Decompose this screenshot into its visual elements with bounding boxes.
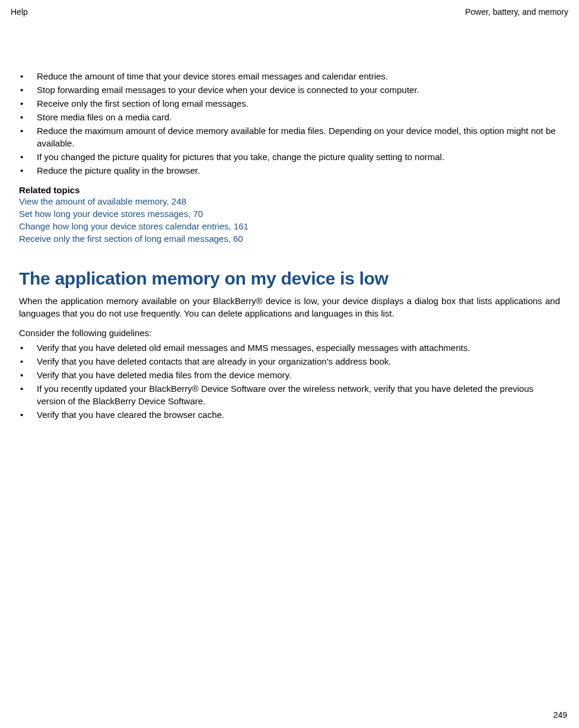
list-item: •Reduce the maximum amount of device mem… [19,124,560,149]
section-subtext: Consider the following guidelines: [19,327,560,339]
list-item-text: If you recently updated your BlackBerry®… [37,382,560,407]
list-item: •Store media files on a media card. [19,111,560,123]
bullet-icon: • [19,341,37,354]
related-links: View the amount of available memory, 248… [19,195,560,245]
section-title: The application memory on my device is l… [19,269,560,289]
bullet-icon: • [19,355,37,368]
list-item-text: Reduce the amount of time that your devi… [37,70,560,82]
bullet-icon: • [19,70,37,82]
bullet-list-2: •Verify that you have deleted old email … [19,341,560,421]
bullet-icon: • [19,369,37,381]
bullet-icon: • [19,124,37,137]
bullet-icon: • [19,97,37,110]
header-right: Power, battery, and memory [465,7,568,17]
list-item-text: Store media files on a media card. [37,111,560,123]
list-item-text: Reduce the picture quality in the browse… [37,164,560,177]
list-item-text: Verify that you have cleared the browser… [37,408,560,421]
list-item: •Verify that you have deleted media file… [19,369,560,381]
list-item-text: Stop forwarding email messages to your d… [37,84,560,96]
related-topics-heading: Related topics [19,185,560,195]
list-item: •Receive only the first section of long … [19,97,560,110]
list-item: •Stop forwarding email messages to your … [19,84,560,96]
list-item: •Verify that you have cleared the browse… [19,408,560,421]
bullet-icon: • [19,408,37,421]
list-item: •If you recently updated your BlackBerry… [19,382,560,407]
list-item: •Reduce the picture quality in the brows… [19,164,560,177]
bullet-icon: • [19,151,37,163]
related-link[interactable]: Receive only the first section of long e… [19,232,560,245]
list-item-text: Receive only the first section of long e… [37,97,560,110]
bullet-icon: • [19,382,37,395]
list-item: •Verify that you have deleted old email … [19,341,560,354]
list-item-text: Verify that you have deleted contacts th… [37,355,560,368]
header-left: Help [11,7,28,17]
page-header: Help Power, battery, and memory [11,7,568,17]
list-item-text: Verify that you have deleted media files… [37,369,560,381]
bullet-icon: • [19,164,37,177]
page: Help Power, battery, and memory •Reduce … [0,0,579,728]
list-item-text: If you changed the picture quality for p… [37,151,560,163]
list-item: •If you changed the picture quality for … [19,151,560,163]
list-item-text: Reduce the maximum amount of device memo… [37,124,560,149]
related-link[interactable]: Set how long your device stores messages… [19,207,560,220]
bullet-icon: • [19,84,37,96]
list-item: •Reduce the amount of time that your dev… [19,70,560,82]
section-paragraph: When the application memory available on… [19,295,560,320]
content-area: •Reduce the amount of time that your dev… [11,70,568,421]
list-item: •Verify that you have deleted contacts t… [19,355,560,368]
related-link[interactable]: Change how long your device stores calen… [19,220,560,232]
list-item-text: Verify that you have deleted old email m… [37,341,560,354]
bullet-list-1: •Reduce the amount of time that your dev… [19,70,560,177]
bullet-icon: • [19,111,37,123]
page-number: 249 [553,710,567,720]
related-link[interactable]: View the amount of available memory, 248 [19,195,560,207]
